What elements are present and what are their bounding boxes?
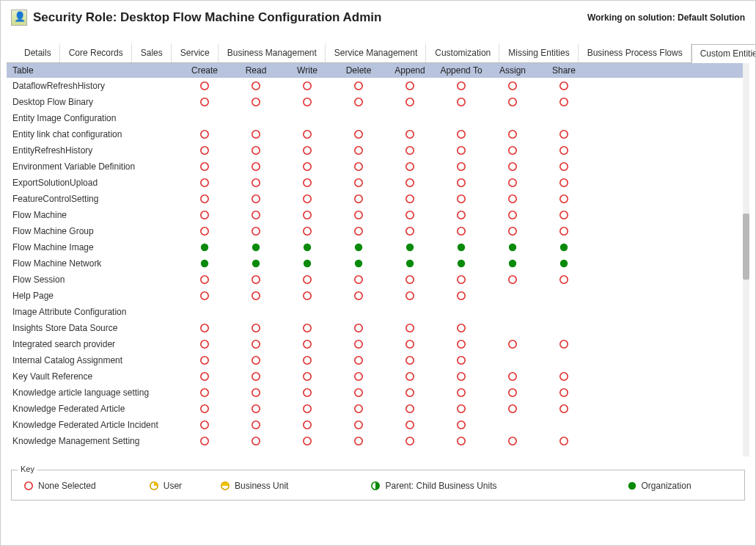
- permission-none-icon[interactable]: [456, 178, 466, 188]
- permission-cell[interactable]: [333, 368, 384, 385]
- permission-cell[interactable]: [179, 320, 230, 336]
- entity-name[interactable]: Knowledge article language setting: [7, 385, 179, 401]
- permission-cell[interactable]: [282, 352, 333, 368]
- permission-none-icon[interactable]: [507, 210, 518, 220]
- permission-cell[interactable]: [384, 223, 436, 239]
- permission-none-icon[interactable]: [251, 145, 261, 156]
- permission-none-icon[interactable]: [405, 178, 415, 188]
- permission-cell[interactable]: [282, 288, 333, 304]
- entity-name[interactable]: ExportSolutionUpload: [7, 175, 179, 191]
- permission-cell[interactable]: [538, 239, 590, 255]
- permission-cell[interactable]: [384, 78, 436, 94]
- entity-name[interactable]: Knowledge Federated Article Incident: [7, 417, 179, 433]
- permission-cell[interactable]: [179, 417, 230, 433]
- permission-cell[interactable]: [436, 417, 487, 433]
- permission-cell[interactable]: [179, 175, 230, 191]
- permission-cell[interactable]: [179, 78, 230, 94]
- permission-cell[interactable]: [230, 288, 282, 304]
- permission-none-icon[interactable]: [251, 436, 261, 446]
- permission-cell[interactable]: [230, 207, 282, 223]
- permission-cell[interactable]: [282, 223, 333, 239]
- permission-cell[interactable]: [487, 175, 538, 191]
- permission-none-icon[interactable]: [405, 161, 415, 172]
- permission-cell[interactable]: [384, 368, 436, 385]
- permission-cell[interactable]: [538, 191, 590, 207]
- permission-none-icon[interactable]: [405, 210, 415, 220]
- permission-none-icon[interactable]: [302, 387, 312, 398]
- permission-cell[interactable]: [384, 336, 436, 352]
- permission-cell[interactable]: [384, 175, 436, 191]
- permission-none-icon[interactable]: [405, 387, 415, 398]
- permission-cell[interactable]: [230, 385, 282, 401]
- permission-cell[interactable]: [436, 255, 487, 272]
- entity-name[interactable]: Knowledge Federated Article: [7, 401, 179, 417]
- permission-cell[interactable]: [230, 352, 282, 368]
- permission-cell[interactable]: [384, 288, 436, 304]
- permission-none-icon[interactable]: [353, 81, 364, 91]
- permission-cell[interactable]: [282, 142, 333, 159]
- permission-none-icon[interactable]: [456, 339, 466, 349]
- permission-none-icon[interactable]: [353, 274, 364, 285]
- permission-none-icon[interactable]: [559, 178, 569, 188]
- permission-none-icon[interactable]: [199, 145, 210, 156]
- permission-none-icon[interactable]: [405, 274, 415, 285]
- permission-none-icon[interactable]: [507, 145, 518, 156]
- permission-cell[interactable]: [333, 191, 384, 207]
- permission-org-icon[interactable]: [456, 258, 466, 269]
- permission-cell[interactable]: [384, 159, 436, 175]
- tab-service-management[interactable]: Service Management: [326, 43, 426, 62]
- permission-cell[interactable]: [282, 207, 333, 223]
- tab-business-management[interactable]: Business Management: [219, 43, 326, 62]
- permission-none-icon[interactable]: [507, 194, 518, 204]
- permission-cell[interactable]: [230, 272, 282, 288]
- tab-core-records[interactable]: Core Records: [60, 43, 132, 62]
- permission-none-icon[interactable]: [251, 420, 261, 430]
- permission-cell[interactable]: [282, 385, 333, 401]
- permission-none-icon[interactable]: [302, 436, 312, 446]
- permission-none-icon[interactable]: [302, 194, 312, 204]
- permission-cell[interactable]: [487, 385, 538, 401]
- permission-none-icon[interactable]: [199, 371, 210, 382]
- permission-none-icon[interactable]: [405, 194, 415, 204]
- permission-none-icon[interactable]: [456, 194, 466, 204]
- permission-none-icon[interactable]: [199, 355, 210, 365]
- entity-name[interactable]: Key Vault Reference: [7, 368, 179, 385]
- entity-name[interactable]: Help Page: [7, 288, 179, 304]
- permission-cell[interactable]: [230, 433, 282, 449]
- permission-none-icon[interactable]: [456, 291, 466, 301]
- entity-name[interactable]: Knowledge Management Setting: [7, 433, 179, 449]
- permission-org-icon[interactable]: [251, 242, 261, 252]
- tab-details[interactable]: Details: [15, 43, 60, 62]
- permission-none-icon[interactable]: [405, 145, 415, 156]
- permission-none-icon[interactable]: [302, 371, 312, 382]
- permission-cell[interactable]: [230, 159, 282, 175]
- permission-none-icon[interactable]: [302, 145, 312, 156]
- permission-none-icon[interactable]: [302, 129, 312, 139]
- permission-cell[interactable]: [333, 223, 384, 239]
- permission-cell[interactable]: [538, 94, 590, 110]
- permission-none-icon[interactable]: [353, 339, 364, 349]
- permission-none-icon[interactable]: [199, 274, 210, 285]
- entity-name[interactable]: DataflowRefreshHistory: [7, 78, 179, 94]
- permission-cell[interactable]: [230, 239, 282, 255]
- entity-name[interactable]: Environment Variable Definition: [7, 159, 179, 175]
- tab-business-process-flows[interactable]: Business Process Flows: [579, 43, 691, 62]
- tab-service[interactable]: Service: [172, 43, 219, 62]
- permission-none-icon[interactable]: [251, 129, 261, 139]
- permission-none-icon[interactable]: [405, 339, 415, 349]
- permission-none-icon[interactable]: [302, 81, 312, 91]
- permission-cell[interactable]: [282, 417, 333, 433]
- permission-none-icon[interactable]: [199, 291, 210, 301]
- permission-cell[interactable]: [487, 433, 538, 449]
- permission-none-icon[interactable]: [405, 404, 415, 414]
- permission-cell[interactable]: [179, 126, 230, 142]
- permission-none-icon[interactable]: [251, 226, 261, 236]
- permission-cell[interactable]: [333, 433, 384, 449]
- permission-cell[interactable]: [538, 78, 590, 94]
- entity-name[interactable]: Flow Machine Group: [7, 223, 179, 239]
- permission-cell[interactable]: [487, 239, 538, 255]
- permission-cell[interactable]: [333, 336, 384, 352]
- permission-none-icon[interactable]: [302, 178, 312, 188]
- permission-none-icon[interactable]: [199, 404, 210, 414]
- permission-org-icon[interactable]: [199, 258, 210, 269]
